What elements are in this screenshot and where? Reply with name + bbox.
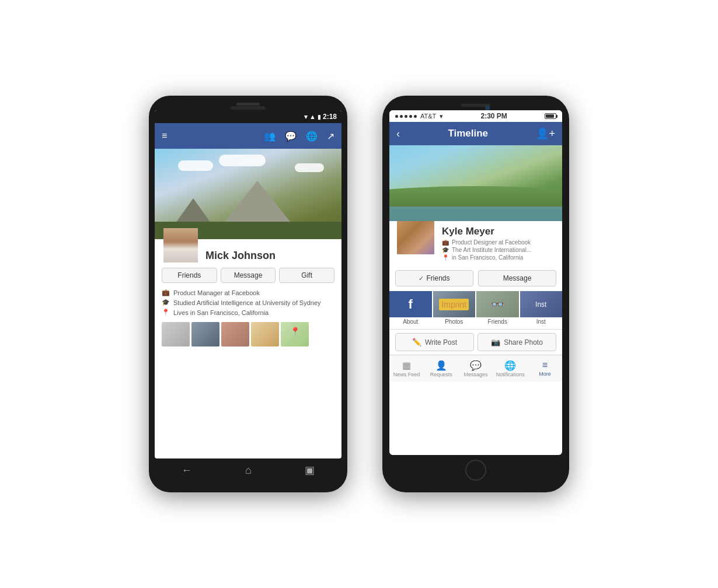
globe-icon[interactable]: 🌐 — [306, 131, 318, 142]
menu-icon[interactable]: ≡ — [162, 131, 167, 141]
map-thumb[interactable]: 📍 — [281, 322, 309, 346]
friends-thumb-icon: 👓 — [491, 298, 504, 311]
thumb-4[interactable] — [251, 322, 279, 346]
ios-bottom-newsfeed[interactable]: ▦ News Feed — [389, 360, 424, 377]
friends-icon[interactable]: 👥 — [264, 131, 276, 142]
ios-carrier: AT&T — [420, 113, 436, 120]
write-icon: ✏️ — [412, 338, 421, 346]
ios-tab-inst[interactable]: Inst Inst — [520, 291, 563, 329]
iphone-screen: AT&T ▾ 2:30 PM ‹ Timeline 👤+ — [389, 110, 562, 455]
back-button[interactable]: ← — [182, 464, 192, 477]
ios-profile-info: Kyle Meyer 💼 Product Designer at Faceboo… — [436, 221, 556, 265]
share-photo-label: Share Photo — [504, 338, 543, 346]
ios-edu-text: The Art Institute International... — [452, 247, 531, 253]
about-thumbnail: f — [389, 291, 432, 317]
requests-label: Requests — [430, 372, 452, 377]
inst-thumbnail: Inst — [520, 291, 563, 317]
ios-edu-icon: 🎓 — [442, 247, 449, 253]
ios-location-text: in San Francisco, California — [452, 254, 523, 261]
avatar-face — [163, 228, 198, 262]
ios-battery-fill — [546, 114, 554, 118]
android-phone: ▾ ▲ ▮ 2:18 ≡ 👥 💬 🌐 ↗ — [149, 96, 347, 492]
ios-tab-friends[interactable]: 👓 Friends — [476, 291, 519, 329]
ios-battery — [545, 113, 556, 119]
photos-thumbnail: Imprint — [433, 291, 476, 317]
thumb-1[interactable] — [162, 322, 190, 346]
ios-work-icon: 💼 — [442, 239, 449, 246]
appbar-icons: 👥 💬 🌐 ↗ — [264, 131, 334, 142]
write-post-label: Write Post — [425, 338, 457, 346]
share-icon[interactable]: ↗ — [327, 131, 334, 142]
android-message-button[interactable]: Message — [221, 268, 276, 283]
battery-icon: ▮ — [318, 114, 321, 120]
ios-write-row: ✏️ Write Post 📷 Share Photo — [389, 329, 562, 355]
android-nav-bar: ← ⌂ ▣ — [155, 459, 341, 482]
ios-location-icon: 📍 — [442, 254, 449, 261]
ios-message-button[interactable]: Message — [478, 270, 556, 286]
ios-profile-name: Kyle Meyer — [442, 226, 550, 237]
ios-bottom-messages[interactable]: 💬 Messages — [458, 360, 493, 377]
ios-cover-water — [389, 206, 562, 221]
android-avatar — [162, 226, 200, 264]
ios-bottom-bar: ▦ News Feed 👤 Requests 💬 Messages 🌐 Noti… — [389, 355, 562, 382]
signal-dot-4 — [409, 115, 412, 118]
android-profile-name: Mick Johnson — [205, 250, 276, 264]
home-button[interactable]: ⌂ — [245, 464, 252, 477]
ios-write-post-button[interactable]: ✏️ Write Post — [395, 333, 474, 351]
ios-profile-section: Kyle Meyer 💼 Product Designer at Faceboo… — [389, 221, 562, 265]
ios-cover-photo — [389, 145, 562, 221]
iphone-camera — [485, 106, 490, 110]
android-edu-text: Studied Artificial Intelligence at Unive… — [173, 299, 321, 306]
messages-bottom-label: Messages — [463, 372, 487, 377]
ios-bottom-notifications[interactable]: 🌐 Notifications — [493, 360, 528, 377]
cloud2 — [219, 155, 266, 166]
ios-bottom-requests[interactable]: 👤 Requests — [424, 360, 458, 377]
android-friends-button[interactable]: Friends — [162, 268, 217, 283]
android-gift-button[interactable]: Gift — [279, 268, 334, 283]
android-action-buttons: Friends Message Gift — [162, 268, 334, 283]
ios-status-right — [545, 113, 556, 119]
iphone-home-button[interactable] — [465, 460, 486, 481]
ios-tabs-row: f About Imprint Photos 👓 Friends Inst — [389, 291, 562, 329]
thumb-2[interactable] — [191, 322, 219, 346]
location-icon: 📍 — [162, 309, 170, 316]
newsfeed-icon: ▦ — [402, 360, 411, 371]
ios-tab-photos[interactable]: Imprint Photos — [433, 291, 476, 329]
android-profile-section: Mick Johnson Friends Message Gift 💼 Prod… — [155, 239, 341, 352]
more-label: More — [539, 371, 551, 377]
newsfeed-label: News Feed — [393, 372, 420, 377]
ios-edu-row: 🎓 The Art Institute International... — [442, 247, 550, 253]
android-work-info: 💼 Product Manager at Facebook — [162, 289, 334, 296]
android-fb-appbar: ≡ 👥 💬 🌐 ↗ — [155, 123, 341, 149]
android-status-bar: ▾ ▲ ▮ 2:18 — [155, 110, 341, 123]
friends-label: Friends — [476, 317, 519, 326]
ios-add-friend-icon[interactable]: 👤+ — [536, 127, 555, 140]
about-label: About — [389, 317, 432, 326]
ios-share-photo-button[interactable]: 📷 Share Photo — [477, 333, 556, 351]
ios-tab-about[interactable]: f About — [389, 291, 432, 329]
iphone: AT&T ▾ 2:30 PM ‹ Timeline 👤+ — [382, 96, 569, 492]
ios-back-icon[interactable]: ‹ — [396, 128, 400, 140]
ios-carrier-dots: AT&T ▾ — [395, 113, 443, 120]
signal-dot-2 — [400, 115, 403, 118]
android-time: 2:18 — [323, 113, 337, 121]
map-pin-icon: 📍 — [290, 327, 300, 336]
signal-dot-3 — [405, 115, 407, 118]
wifi-icon: ▾ — [304, 113, 308, 121]
android-cover-photo — [155, 149, 341, 239]
thumb-3[interactable] — [221, 322, 249, 346]
ios-friends-button[interactable]: ✓ Friends — [395, 270, 473, 286]
camera-icon: 📷 — [491, 338, 500, 346]
edu-icon: 🎓 — [162, 299, 170, 306]
ios-nav-title: Timeline — [448, 128, 488, 139]
android-speaker — [236, 103, 260, 106]
messages-icon[interactable]: 💬 — [285, 131, 297, 142]
ios-bottom-more[interactable]: ≡ More — [528, 360, 562, 377]
recents-button[interactable]: ▣ — [305, 464, 315, 477]
notifications-icon: 🌐 — [504, 360, 516, 371]
work-icon: 💼 — [162, 289, 170, 296]
friends-thumbnail: 👓 — [476, 291, 519, 317]
ios-work-text: Product Designer at Facebook — [452, 239, 531, 246]
ios-wifi-icon: ▾ — [440, 113, 443, 120]
inst-thumb-text: Inst — [535, 300, 546, 309]
